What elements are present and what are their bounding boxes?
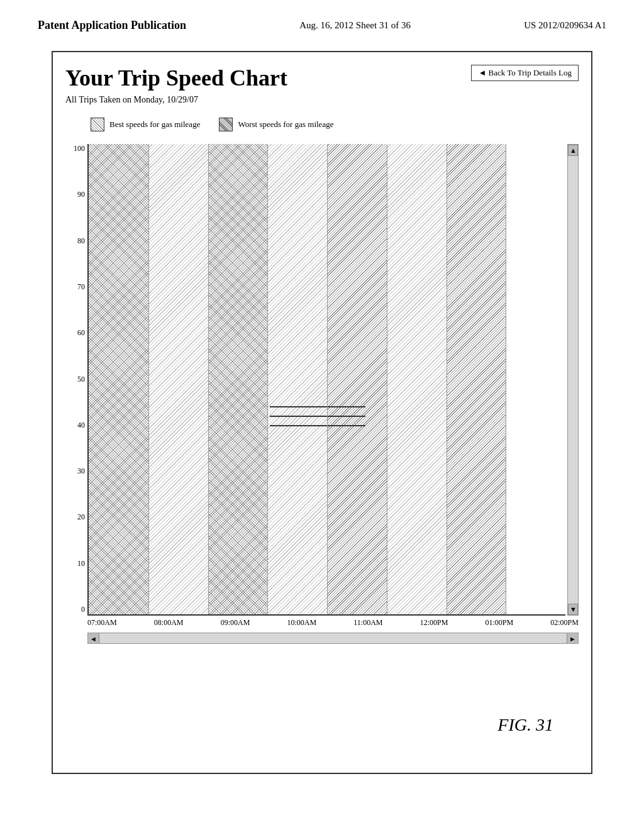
bar-col-6 (387, 144, 447, 614)
back-button[interactable]: ◄ Back To Trip Details Log (471, 65, 579, 81)
y-label-30: 30 (65, 467, 85, 476)
grid-line-1 (148, 144, 149, 614)
y-label-80: 80 (65, 236, 85, 246)
back-button-label: ◄ Back To Trip Details Log (478, 68, 572, 78)
bar-col-5 (327, 144, 387, 614)
legend-item-worst: Worst speeds for gas mileage (219, 118, 333, 131)
legend-icon-best (91, 118, 104, 131)
bar-col-7 (447, 144, 506, 614)
x-label-11am: 11:00AM (353, 618, 382, 628)
plot-scroll-container: ▲ ▼ (87, 144, 579, 616)
grid-line-7 (506, 144, 506, 614)
figure-label: FIG. 31 (497, 715, 553, 735)
legend-area: Best speeds for gas mileage Worst speeds… (91, 118, 579, 131)
scroll-right-arrow[interactable]: ► (567, 633, 578, 643)
grid-line-6 (447, 144, 447, 614)
scroll-track[interactable] (568, 156, 578, 604)
y-label-60: 60 (65, 328, 85, 338)
x-axis-labels: 07:00AM 08:00AM 09:00AM 10:00AM 11:00AM … (87, 616, 579, 628)
grid-line-3 (267, 144, 268, 614)
speed-chart-wrapper: 0 10 20 30 40 50 60 70 80 90 100 (65, 144, 579, 616)
grid-line-2 (208, 144, 209, 614)
y-label-70: 70 (65, 282, 85, 292)
horizontal-scrollbar[interactable]: ◄ ► (87, 633, 579, 644)
y-label-90: 90 (65, 190, 85, 199)
x-label-12pm: 12:00PM (420, 618, 448, 628)
chart-container: Your Trip Speed Chart All Trips Taken on… (52, 51, 592, 774)
legend-label-worst: Worst speeds for gas mileage (238, 119, 333, 130)
publication-number: US 2012/0209634 A1 (524, 20, 606, 31)
speed-line-3 (270, 425, 365, 426)
bar-col-2 (148, 144, 208, 614)
x-label-10am: 10:00AM (287, 618, 316, 628)
x-label-09am: 09:00AM (221, 618, 250, 628)
scroll-left-arrow[interactable]: ◄ (88, 633, 99, 643)
y-label-50: 50 (65, 375, 85, 384)
y-label-40: 40 (65, 421, 85, 430)
bar-col-4 (267, 144, 327, 614)
legend-item-best: Best speeds for gas mileage (91, 118, 200, 131)
y-label-100: 100 (65, 144, 85, 153)
bar-col-3 (208, 144, 268, 614)
speed-line-1 (270, 416, 365, 417)
y-label-20: 20 (65, 512, 85, 522)
publication-date-sheet: Aug. 16, 2012 Sheet 31 of 36 (299, 20, 411, 31)
y-label-0: 0 (65, 605, 85, 614)
publication-title: Patent Application Publication (38, 19, 186, 32)
grid-line-5 (387, 144, 387, 614)
scroll-up-arrow[interactable]: ▲ (568, 145, 578, 156)
content-area: Your Trip Speed Chart All Trips Taken on… (0, 38, 644, 787)
plot-area (87, 144, 565, 616)
x-label-01pm: 01:00PM (485, 618, 513, 628)
x-label-07am: 07:00AM (87, 618, 117, 628)
legend-icon-worst (219, 118, 233, 131)
y-axis-labels: 0 10 20 30 40 50 60 70 80 90 100 (65, 144, 87, 616)
page-header: Patent Application Publication Aug. 16, … (0, 0, 644, 38)
scroll-h-track[interactable] (99, 633, 567, 643)
scroll-down-arrow[interactable]: ▼ (568, 604, 578, 615)
x-label-02pm: 02:00PM (550, 618, 579, 628)
chart-subtitle: All Trips Taken on Monday, 10/29/07 (65, 95, 579, 105)
bar-col-1 (89, 144, 148, 614)
vertical-scrollbar[interactable]: ▲ ▼ (567, 144, 579, 616)
legend-label-best: Best speeds for gas mileage (109, 119, 200, 130)
speed-line-2 (270, 406, 365, 407)
grid-line-4 (327, 144, 328, 614)
y-label-10: 10 (65, 559, 85, 568)
x-label-08am: 08:00AM (154, 618, 184, 628)
